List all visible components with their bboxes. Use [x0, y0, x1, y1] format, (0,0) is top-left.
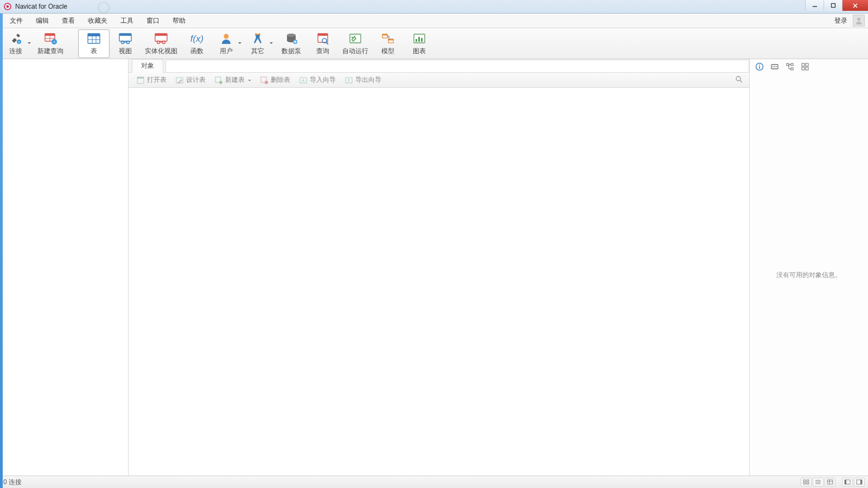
toolbar-matview-label: 实体化视图: [145, 47, 177, 56]
design-table-button[interactable]: 设计表: [171, 74, 210, 86]
toolbar-user[interactable]: 用户: [213, 29, 244, 58]
delete-table-button[interactable]: 删除表: [256, 74, 295, 86]
toolbar-user-label: 用户: [220, 47, 233, 56]
layout-right-panel-button[interactable]: [854, 478, 865, 486]
svg-rect-10: [45, 34, 55, 36]
tab-objects[interactable]: 对象: [132, 59, 163, 73]
tab-strip: 对象: [129, 59, 749, 73]
toolbar-chart[interactable]: 图表: [404, 29, 435, 58]
svg-rect-49: [421, 38, 423, 42]
toolbar-model[interactable]: 模型: [372, 29, 404, 58]
svg-point-33: [258, 33, 260, 35]
svg-rect-77: [803, 483, 806, 484]
svg-rect-3: [831, 4, 835, 8]
svg-point-6: [857, 18, 860, 21]
status-connections: 0 连接: [3, 478, 22, 487]
menu-view[interactable]: 查看: [55, 14, 81, 28]
menu-window[interactable]: 窗口: [140, 14, 166, 28]
window-title: Navicat for Oracle: [15, 3, 67, 10]
view-detail-button[interactable]: [825, 478, 835, 486]
ddl-icon[interactable]: [769, 61, 780, 72]
toolbar-new-query[interactable]: + 新建查询: [34, 29, 67, 58]
toolbar-connection[interactable]: + 连接: [2, 29, 34, 58]
view-list-button[interactable]: [813, 478, 824, 486]
toolbar-query[interactable]: 查询: [307, 29, 339, 58]
table-icon: [86, 31, 101, 46]
layout-left-panel-button[interactable]: [842, 478, 853, 486]
export-icon: [344, 76, 353, 85]
tools-icon: [250, 31, 265, 46]
svg-point-59: [736, 76, 741, 81]
svg-rect-76: [807, 480, 809, 481]
svg-point-67: [776, 66, 777, 67]
toolbar-materialized-view[interactable]: 实体化视图: [141, 29, 181, 58]
view-grid-button[interactable]: [801, 478, 812, 486]
object-list-area[interactable]: [129, 88, 749, 476]
open-table-label: 打开表: [147, 75, 167, 85]
connection-tree-sidebar[interactable]: [0, 59, 129, 476]
toolbar-new-query-label: 新建查询: [37, 47, 63, 56]
toolbar-view[interactable]: 视图: [110, 29, 141, 58]
title-bar: Navicat for Oracle: [0, 0, 868, 14]
login-link[interactable]: 登录: [831, 14, 851, 28]
main-toolbar: + 连接 + 新建查询 表 视图 实体化视图 f(x) 函数: [0, 28, 868, 59]
svg-rect-70: [791, 68, 793, 70]
new-table-button[interactable]: 新建表: [210, 74, 256, 86]
dependency-icon[interactable]: [784, 61, 795, 72]
window-controls: [805, 0, 868, 13]
toolbar-connection-label: 连接: [9, 47, 22, 56]
info-panel-toolbar: [750, 59, 868, 74]
toolbar-function[interactable]: f(x) 函数: [181, 29, 213, 58]
svg-point-31: [224, 34, 229, 38]
menu-help[interactable]: 帮助: [166, 14, 192, 28]
menu-fav[interactable]: 收藏夹: [81, 14, 114, 28]
left-window-edge: [0, 14, 3, 488]
status-right-controls: [801, 478, 865, 486]
toolbar-automation-label: 自动运行: [342, 47, 368, 56]
svg-text:f(x): f(x): [190, 34, 204, 44]
svg-rect-47: [416, 39, 417, 42]
svg-point-1: [7, 5, 9, 8]
minimize-button[interactable]: [805, 0, 824, 11]
svg-rect-75: [803, 480, 806, 481]
design-table-label: 设计表: [186, 75, 206, 85]
svg-point-56: [265, 81, 268, 84]
toolbar-data-pump[interactable]: 数据泵: [276, 29, 307, 58]
svg-point-66: [774, 66, 775, 67]
toolbar-table[interactable]: 表: [78, 29, 110, 58]
tab-strip-empty: [165, 60, 749, 72]
svg-rect-26: [155, 34, 167, 36]
toolbar-function-label: 函数: [190, 47, 203, 56]
avatar-icon[interactable]: [853, 15, 865, 27]
query-icon: [315, 31, 330, 46]
menu-bar: 文件 编辑 查看 收藏夹 工具 窗口 帮助 登录: [0, 14, 868, 28]
toolbar-other[interactable]: 其它: [244, 29, 276, 58]
svg-rect-72: [806, 63, 808, 66]
body-area: 对象 打开表 设计表 新建表 删除表 导入向导: [0, 59, 868, 476]
model-icon: [380, 31, 395, 46]
object-search-button[interactable]: [732, 74, 746, 86]
close-button[interactable]: [842, 0, 868, 11]
svg-rect-88: [860, 480, 862, 484]
svg-rect-44: [382, 34, 387, 36]
svg-point-54: [219, 81, 222, 84]
view-icon: [118, 31, 133, 46]
import-wizard-button[interactable]: 导入向导: [295, 74, 340, 86]
tab-objects-label: 对象: [141, 61, 154, 70]
info-icon[interactable]: [754, 61, 765, 72]
menu-edit[interactable]: 编辑: [29, 14, 55, 28]
open-table-button[interactable]: 打开表: [132, 74, 171, 86]
svg-rect-51: [137, 77, 144, 79]
export-wizard-button[interactable]: 导出向导: [340, 74, 386, 86]
menu-tools[interactable]: 工具: [114, 14, 140, 28]
maximize-button[interactable]: [824, 0, 842, 11]
svg-rect-16: [88, 34, 100, 36]
svg-rect-48: [418, 37, 420, 42]
toolbar-automation[interactable]: 自动运行: [339, 29, 372, 58]
svg-rect-21: [119, 34, 131, 36]
preview-icon[interactable]: [800, 61, 810, 72]
svg-rect-68: [787, 63, 789, 66]
menu-file[interactable]: 文件: [3, 14, 29, 28]
toolbar-view-label: 视图: [119, 47, 132, 56]
open-table-icon: [136, 76, 145, 85]
